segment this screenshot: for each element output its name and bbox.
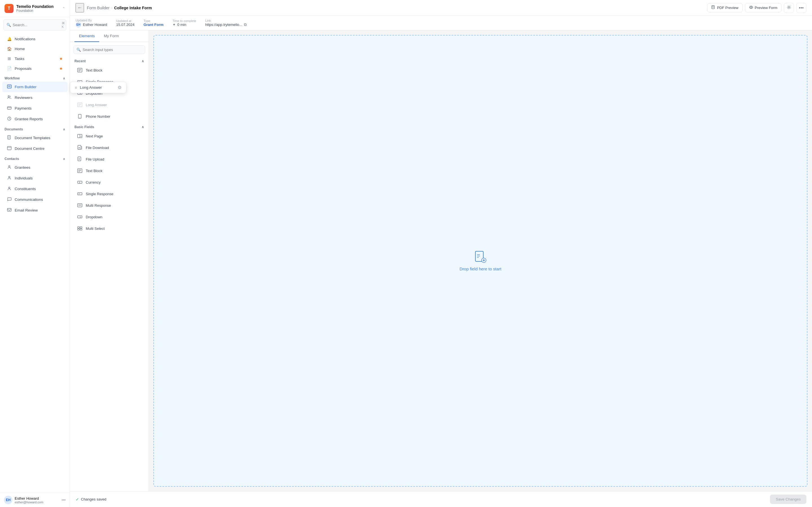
svg-rect-50 (78, 227, 80, 228)
field-item-single-response-2[interactable]: Single Response (72, 188, 146, 200)
svg-point-3 (8, 96, 10, 97)
basic-fields-section-header[interactable]: Basic Fields ∧ (70, 122, 149, 130)
tab-elements[interactable]: Elements (74, 31, 99, 42)
dropdown2-icon (77, 214, 83, 220)
sidebar-item-document-templates[interactable]: Document Templates (2, 133, 67, 143)
field-item-text-block-2[interactable]: Text Block (72, 165, 146, 176)
sidebar-item-email-review[interactable]: Email Review (2, 205, 67, 216)
field-label: Long Answer (86, 103, 107, 107)
svg-rect-46 (78, 204, 82, 207)
field-label: Next Page (86, 134, 103, 138)
updated-by-label: Updated By (75, 18, 107, 22)
tab-my-form[interactable]: My Form (99, 31, 123, 42)
contacts-section-label: Contacts (4, 157, 19, 161)
clock-icon: ✦ (172, 22, 175, 27)
footer-user[interactable]: EH Esther Howard esther@howard.com (4, 496, 43, 504)
contacts-section-header[interactable]: Contacts ∧ (0, 154, 70, 162)
sidebar-item-tasks[interactable]: ⊞ Tasks ★ (2, 54, 67, 63)
email-icon (7, 208, 12, 213)
type-value: Grant Form (144, 22, 163, 27)
field-item-dropdown[interactable]: Dropdown (72, 88, 146, 99)
sidebar-item-document-centre[interactable]: Document Centre (2, 144, 67, 154)
sidebar-nav: 🔔 Notifications 🏠 Home ⊞ Tasks ★ 📄 Propo… (0, 33, 70, 493)
workflow-section-header[interactable]: Workflow ∧ (0, 73, 70, 81)
field-item-multi-select[interactable]: Multi Select (72, 223, 146, 234)
changes-saved: ✓ Changes saved (75, 497, 106, 502)
pdf-preview-label: PDF Preview (717, 6, 739, 10)
documents-section-header[interactable]: Documents ∧ (0, 124, 70, 132)
dropdown-icon (77, 90, 83, 96)
org-name: Temelio Foundation (16, 4, 54, 9)
topbar-actions: PDF Preview Preview Form ••• (707, 3, 806, 13)
field-item-single-response[interactable]: Single Response (72, 76, 146, 87)
form-icon (7, 84, 12, 90)
breadcrumb-parent[interactable]: Form Builder (87, 6, 109, 10)
link-label: Link (205, 19, 247, 22)
more-icon[interactable]: ••• (61, 498, 66, 502)
sidebar-item-reviewers[interactable]: Reviewers (2, 93, 67, 103)
more-options-button[interactable]: ••• (796, 3, 806, 13)
sidebar-item-grantees[interactable]: Grantees (2, 162, 67, 173)
sidebar-item-individuals[interactable]: Individuals (2, 173, 67, 183)
preview-form-button[interactable]: Preview Form (745, 3, 781, 12)
copy-link-icon[interactable]: ⧉ (244, 22, 247, 27)
panel-search-input[interactable] (83, 48, 142, 52)
sidebar-item-home[interactable]: 🏠 Home (2, 44, 67, 54)
search-icon: 🔍 (6, 23, 11, 27)
updated-at-label: Updated at (116, 19, 135, 22)
recent-section-header[interactable]: Recent ∧ (70, 56, 149, 64)
updated-by-value: EH Esther Howard (75, 22, 107, 27)
field-item-currency[interactable]: $ Currency (72, 177, 146, 188)
time-value: ✦ 0 min (172, 22, 196, 27)
field-item-file-download[interactable]: File Download (72, 142, 146, 153)
org-logo[interactable]: T Temelio Foundation Foundation (4, 4, 54, 13)
field-item-long-answer[interactable]: Long Answer (72, 99, 146, 110)
svg-rect-53 (80, 229, 82, 230)
pdf-preview-button[interactable]: PDF Preview (707, 3, 743, 12)
sidebar-item-grantee-reports[interactable]: Grantee Reports (2, 114, 67, 124)
payments-icon (7, 106, 12, 111)
svg-point-15 (9, 187, 10, 188)
field-item-file-upload[interactable]: File Upload (72, 154, 146, 165)
field-item-next-page[interactable]: Next Page (72, 130, 146, 142)
sidebar-item-proposals[interactable]: 📄 Proposals ★ (2, 64, 67, 73)
sidebar-item-notifications[interactable]: 🔔 Notifications (2, 34, 67, 44)
user-info: Esther Howard esther@howard.com (15, 496, 43, 504)
sidebar-item-communications[interactable]: Communications (2, 194, 67, 205)
field-item-dropdown-2[interactable]: Dropdown (72, 211, 146, 223)
field-item-multi-response[interactable]: Multi Response (72, 200, 146, 211)
file-icon: 📄 (7, 66, 12, 71)
metabar: Updated By EH Esther Howard Updated at 1… (70, 16, 812, 31)
workflow-chevron-icon: ∧ (63, 76, 65, 80)
sidebar-item-payments[interactable]: Payments (2, 103, 67, 114)
search-shortcut: ⌘ K (62, 21, 65, 29)
documents-chevron-icon: ∧ (63, 128, 65, 131)
panel-search-icon: 🔍 (77, 48, 81, 52)
field-label: Dropdown (86, 91, 102, 96)
org-sub: Foundation (16, 9, 54, 13)
preview-form-label: Preview Form (755, 6, 777, 10)
settings-button[interactable] (784, 3, 794, 13)
basic-fields-label: Basic Fields (74, 125, 94, 129)
changes-saved-text: Changes saved (81, 497, 106, 501)
time-label: Time to complete (172, 19, 196, 22)
sidebar-search-container[interactable]: 🔍 ⌘ K (3, 19, 66, 31)
sidebar-item-constituents[interactable]: Constituents (2, 184, 67, 194)
back-button[interactable]: ← (75, 3, 84, 12)
form-canvas[interactable]: Drop field here to start (153, 35, 808, 487)
sidebar-item-label: Constituents (15, 187, 36, 191)
field-item-phone-number[interactable]: Phone Number (72, 111, 146, 122)
constituents-icon (7, 186, 12, 191)
link-value: https://app.trytemelio... ⧉ (205, 22, 247, 27)
search-input[interactable] (13, 23, 60, 27)
panel-search-inner[interactable]: 🔍 (73, 45, 145, 54)
meta-time: Time to complete ✦ 0 min (172, 19, 196, 27)
recent-label: Recent (74, 59, 86, 63)
save-changes-button[interactable]: Save Changes (770, 495, 806, 504)
ellipsis-icon: ••• (799, 5, 804, 10)
sidebar-item-label: Email Review (15, 208, 38, 212)
sidebar-item-form-builder[interactable]: Form Builder (2, 82, 67, 92)
panel-search-area: 🔍 (70, 42, 149, 56)
sidebar-collapse-icon[interactable]: ⌃ (62, 6, 65, 10)
field-item-text-block[interactable]: Text Block (72, 64, 146, 76)
